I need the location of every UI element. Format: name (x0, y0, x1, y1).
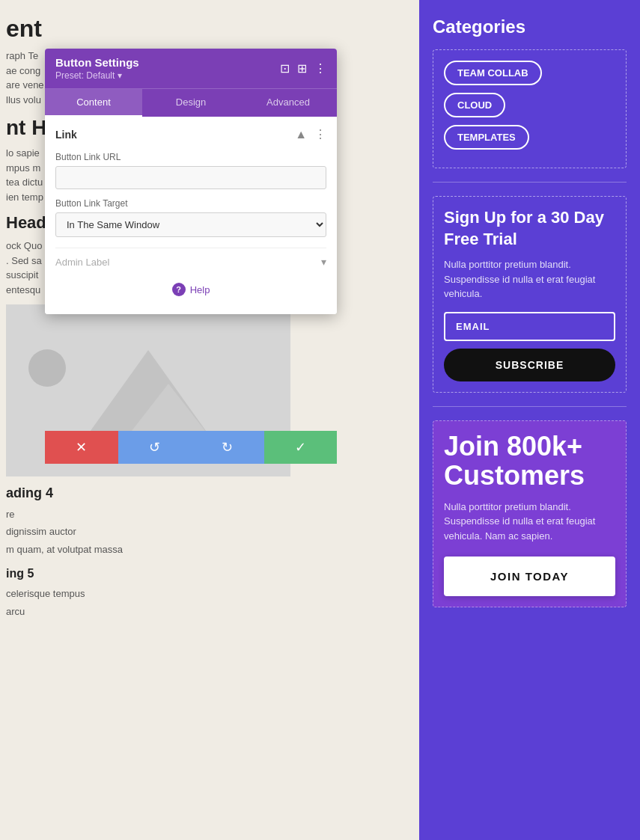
join-today-button[interactable]: JOIN TODAY (444, 557, 615, 596)
tab-advanced[interactable]: Advanced (240, 89, 337, 117)
trial-section: Sign Up for a 30 Day Free Trial Nulla po… (433, 196, 627, 393)
confirm-button[interactable]: ✓ (264, 431, 338, 464)
panel-tabs: Content Design Advanced (45, 88, 337, 117)
link-section-header: Link ▲ ⋮ (55, 127, 326, 141)
button-link-target-select[interactable]: In The Same Window In A New Tab (55, 212, 326, 237)
email-input-label: EMAIL (456, 321, 603, 332)
categories-title: Categories (433, 16, 627, 37)
columns-icon[interactable]: ⊞ (297, 61, 307, 76)
tag-btn-team-collab[interactable]: TEAM COLLAB (444, 61, 542, 85)
list-items: re dignissim auctor m quam, at volutpat … (6, 506, 329, 558)
undo-button[interactable]: ↺ (118, 431, 192, 464)
more-options-icon[interactable]: ⋮ (314, 61, 326, 76)
help-label: Help (190, 284, 210, 295)
right-sidebar: Categories TEAM COLLAB CLOUD TEMPLATES S… (419, 0, 640, 840)
admin-label-text: Admin Label (55, 257, 109, 268)
section-header-icons: ▲ ⋮ (295, 127, 326, 141)
customers-desc: Nulla porttitor pretium blandit. Suspend… (444, 500, 615, 544)
list-items-2: celerisque tempus arcu (6, 585, 329, 620)
chevron-down-icon: ▾ (321, 256, 326, 268)
cancel-button[interactable]: ✕ (45, 431, 118, 464)
collapse-icon[interactable]: ▲ (295, 128, 307, 141)
help-row[interactable]: ? Help (55, 275, 326, 304)
tab-content[interactable]: Content (45, 89, 142, 117)
panel-header: Button Settings Preset: Default ▾ ⊡ ⊞ ⋮ (45, 49, 337, 88)
section-more-icon[interactable]: ⋮ (314, 127, 326, 141)
customers-title: Join 800k+ Customers (444, 432, 615, 491)
section-title-link: Link (55, 129, 77, 141)
panel-header-icons: ⊡ ⊞ ⋮ (280, 61, 326, 76)
url-field-label: Button Link URL (55, 152, 326, 162)
sidebar-divider-2 (433, 406, 627, 407)
button-link-url-input[interactable] (55, 166, 326, 189)
subscribe-button[interactable]: SUBSCRIBE (444, 349, 615, 381)
tag-cloud[interactable]: CLOUD (444, 93, 615, 125)
tag-btn-cloud[interactable]: CLOUD (444, 93, 505, 117)
focus-icon[interactable]: ⊡ (280, 61, 290, 76)
heading-5: ing 5 (6, 567, 329, 580)
panel-title: Button Settings (55, 56, 139, 69)
action-bar: ✕ ↺ ↻ ✓ (45, 431, 337, 464)
tab-design[interactable]: Design (142, 89, 240, 117)
email-input-wrapper[interactable]: EMAIL (444, 312, 615, 341)
tag-team-collab[interactable]: TEAM COLLAB (444, 61, 615, 93)
panel-header-left: Button Settings Preset: Default ▾ (55, 56, 139, 81)
preset-dropdown-icon: ▾ (118, 70, 122, 81)
redo-button[interactable]: ↻ (191, 431, 264, 464)
panel-preset[interactable]: Preset: Default ▾ (55, 70, 139, 81)
tag-templates[interactable]: TEMPLATES (444, 125, 615, 157)
help-icon: ? (172, 283, 186, 296)
heading-4: ading 4 (6, 485, 329, 501)
button-settings-panel: Button Settings Preset: Default ▾ ⊡ ⊞ ⋮ … (45, 49, 337, 314)
avatar (28, 349, 66, 387)
target-field-label: Button Link Target (55, 198, 326, 209)
categories-box: TEAM COLLAB CLOUD TEMPLATES (433, 49, 627, 168)
trial-title: Sign Up for a 30 Day Free Trial (444, 207, 615, 250)
trial-desc: Nulla porttitor pretium blandit. Suspend… (444, 257, 615, 301)
sidebar-divider-1 (433, 182, 627, 183)
panel-body: Link ▲ ⋮ Button Link URL Button Link Tar… (45, 117, 337, 314)
tag-btn-templates[interactable]: TEMPLATES (444, 125, 529, 150)
customers-section: Join 800k+ Customers Nulla porttitor pre… (433, 420, 627, 608)
partial-heading-1: ent (6, 15, 329, 43)
admin-label-toggle[interactable]: Admin Label ▾ (55, 248, 326, 275)
